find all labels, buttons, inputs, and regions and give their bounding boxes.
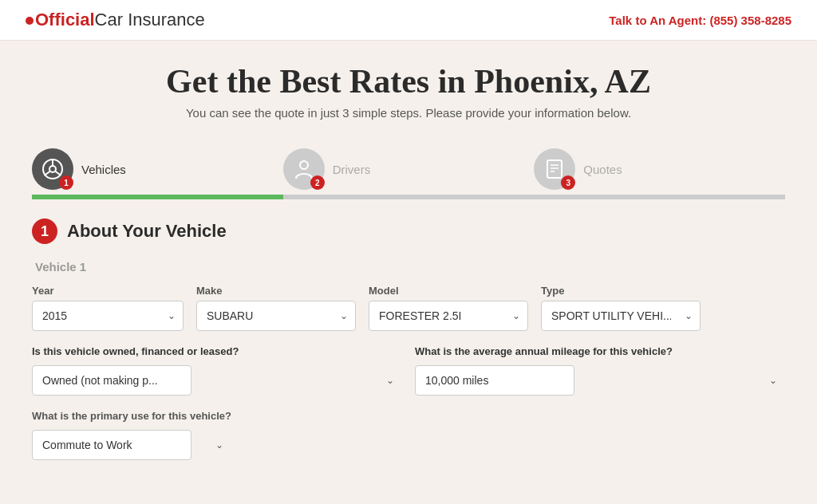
model-label: Model: [369, 285, 528, 297]
section-badge: 1: [32, 219, 57, 244]
mileage-group: What is the average annual mileage for t…: [415, 345, 785, 396]
vehicle-row-1: Year 2015 ⌄ Make SUBARU ⌄ Model: [32, 285, 785, 331]
svg-line-3: [45, 171, 50, 175]
step-1-label: Vehicles: [81, 163, 126, 176]
hero-section: Get the Best Rates in Phoenix, AZ You ca…: [0, 41, 817, 132]
mileage-chevron-icon: ⌄: [769, 375, 777, 386]
use-select-wrap: Commute to Work ⌄: [32, 430, 231, 460]
logo-bullet-icon: [26, 17, 34, 25]
header-phone: Talk to An Agent: (855) 358-8285: [609, 14, 791, 27]
year-label: Year: [32, 285, 184, 297]
vehicle-row-2: Is this vehicle owned, financed or lease…: [32, 345, 785, 396]
owned-select[interactable]: Owned (not making p...: [32, 365, 191, 396]
steps-container: 1 Vehicles 2 Drivers: [0, 132, 817, 199]
vehicle-row-3: What is the primary use for this vehicle…: [32, 410, 785, 460]
step-3-label: Quotes: [583, 163, 622, 176]
svg-line-4: [56, 171, 61, 175]
year-select[interactable]: 2015: [32, 301, 184, 331]
step-1-icon-wrap: 1: [32, 148, 73, 190]
step-2-icon-wrap: 2: [283, 148, 325, 190]
type-select-wrap: SPORT UTILITY VEHI... ⌄: [541, 301, 701, 331]
make-select[interactable]: SUBARU: [196, 301, 356, 331]
progress-segment-1: [32, 195, 283, 199]
step-1-badge: 1: [59, 175, 73, 190]
make-select-wrap: SUBARU ⌄: [196, 301, 356, 331]
hero-title: Get the Best Rates in Phoenix, AZ: [26, 63, 791, 100]
hero-subtitle: You can see the quote in just 3 simple s…: [26, 106, 791, 120]
step-3-badge: 3: [561, 175, 575, 190]
logo-official: Official: [26, 10, 95, 30]
step-drivers[interactable]: 2 Drivers: [283, 148, 535, 190]
step-2-label: Drivers: [333, 163, 371, 176]
header: Official Car Insurance Talk to An Agent:…: [0, 0, 817, 41]
use-select[interactable]: Commute to Work: [32, 430, 191, 460]
logo: Official Car Insurance: [26, 10, 205, 30]
progress-bar: [32, 195, 785, 199]
progress-segment-2: [283, 195, 535, 199]
step-3-icon-wrap: 3: [534, 148, 575, 190]
mileage-question: What is the average annual mileage for t…: [415, 345, 785, 357]
mileage-select[interactable]: 10,000 miles: [415, 365, 574, 396]
use-question: What is the primary use for this vehicle…: [32, 410, 231, 422]
owned-question: Is this vehicle owned, financed or lease…: [32, 345, 402, 357]
section-heading: 1 About Your Vehicle: [32, 219, 785, 244]
owned-group: Is this vehicle owned, financed or lease…: [32, 345, 402, 396]
step-2-badge: 2: [310, 175, 325, 190]
type-group: Type SPORT UTILITY VEHI... ⌄: [541, 285, 701, 331]
year-select-wrap: 2015 ⌄: [32, 301, 184, 331]
steps-row: 1 Vehicles 2 Drivers: [32, 148, 785, 190]
type-label: Type: [541, 285, 701, 297]
progress-segment-3: [534, 195, 785, 199]
model-select[interactable]: FORESTER 2.5I: [369, 301, 528, 331]
type-select[interactable]: SPORT UTILITY VEHI...: [541, 301, 701, 331]
logo-car: Car Insurance: [95, 10, 205, 30]
svg-rect-6: [547, 160, 562, 178]
use-group: What is the primary use for this vehicle…: [32, 410, 231, 460]
svg-point-1: [49, 166, 56, 172]
section-title: About Your Vehicle: [67, 221, 227, 242]
make-group: Make SUBARU ⌄: [196, 285, 356, 331]
step-vehicles[interactable]: 1 Vehicles: [32, 148, 283, 190]
use-chevron-icon: ⌄: [215, 439, 223, 451]
vehicle-block: Vehicle 1 Year 2015 ⌄ Make SUBARU ⌄: [32, 260, 785, 460]
year-group: Year 2015 ⌄: [32, 285, 184, 331]
svg-point-5: [300, 161, 308, 169]
mileage-select-wrap: 10,000 miles ⌄: [415, 365, 785, 396]
owned-select-wrap: Owned (not making p... ⌄: [32, 365, 402, 396]
vehicle-number-label: Vehicle 1: [35, 260, 785, 274]
owned-chevron-icon: ⌄: [386, 375, 394, 386]
make-label: Make: [196, 285, 356, 297]
step-quotes[interactable]: 3 Quotes: [534, 148, 785, 190]
main-content: 1 About Your Vehicle Vehicle 1 Year 2015…: [0, 199, 817, 494]
model-select-wrap: FORESTER 2.5I ⌄: [369, 301, 528, 331]
model-group: Model FORESTER 2.5I ⌄: [369, 285, 528, 331]
